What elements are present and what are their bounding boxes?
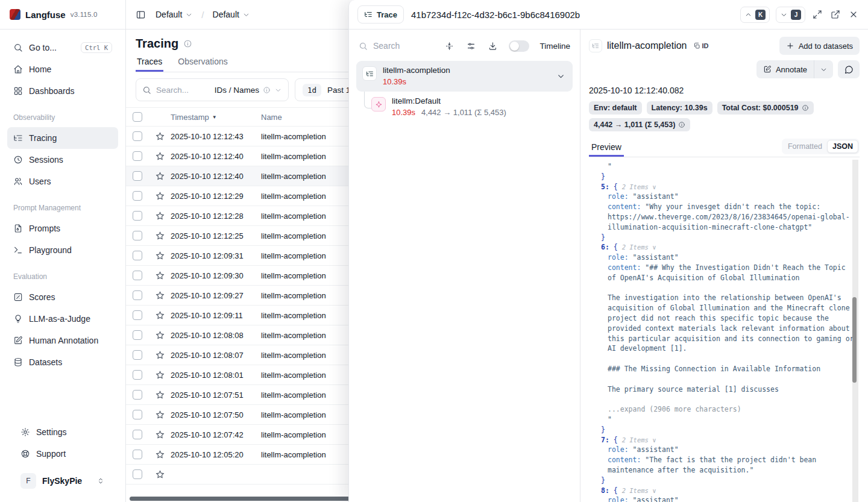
search-scope-selector[interactable]: IDs / Names: [215, 86, 282, 95]
sidebar: Langfuse v3.115.0 Go to... Ctrl K Home D…: [0, 0, 126, 502]
row-checkbox[interactable]: [133, 131, 142, 141]
row-checkbox[interactable]: [133, 251, 142, 260]
row-checkbox[interactable]: [133, 310, 142, 320]
row-checkbox[interactable]: [133, 271, 142, 280]
star-icon[interactable]: [155, 450, 165, 460]
sidebar-item-home[interactable]: Home: [7, 58, 118, 80]
app-header: Langfuse v3.115.0: [0, 0, 125, 30]
sidebar-item-llm-judge[interactable]: LLM-as-a-Judge: [7, 308, 118, 330]
star-icon[interactable]: [155, 430, 165, 440]
tab-traces[interactable]: Traces: [136, 57, 163, 72]
row-checkbox[interactable]: [133, 330, 142, 340]
row-checkbox[interactable]: [133, 430, 142, 439]
timeline-toggle[interactable]: [509, 40, 529, 52]
clock-icon: [13, 155, 23, 165]
chevron-down-icon[interactable]: [556, 72, 565, 81]
cell-timestamp: 2025-10-10 12:09:11: [171, 311, 261, 320]
goto-search[interactable]: Go to... Ctrl K: [7, 37, 118, 58]
select-all-checkbox[interactable]: [133, 112, 142, 122]
add-to-datasets-button[interactable]: Add to datasets: [779, 37, 860, 55]
row-checkbox[interactable]: [133, 151, 142, 161]
sidebar-item-users[interactable]: Users: [7, 171, 118, 192]
star-icon[interactable]: [155, 310, 165, 321]
search-input[interactable]: Search... IDs / Names: [136, 78, 289, 101]
json-viewer[interactable]: "}5: { 2 Items ∨role: "assistant"content…: [589, 157, 860, 502]
vertical-scrollbar[interactable]: [852, 160, 858, 502]
copy-id-button[interactable]: ID: [693, 42, 709, 49]
comments-button[interactable]: [838, 60, 860, 78]
row-checkbox[interactable]: [133, 450, 142, 459]
row-checkbox[interactable]: [133, 211, 142, 221]
row-checkbox[interactable]: [133, 370, 142, 380]
tree-node-child[interactable]: litellm:Default 10.39s 4,442 → 1,011 (Σ …: [371, 96, 573, 117]
cost-badge[interactable]: Total Cost: $0.000519: [717, 101, 814, 115]
row-checkbox[interactable]: [133, 350, 142, 360]
tokens-badge[interactable]: 4,442 → 1,011 (Σ 5,453): [589, 118, 690, 131]
download-button[interactable]: [487, 40, 498, 52]
format-formatted[interactable]: Formatted: [783, 140, 827, 152]
annotate-button[interactable]: Annotate: [756, 60, 814, 78]
row-checkbox[interactable]: [133, 469, 142, 479]
row-checkbox[interactable]: [133, 191, 142, 201]
breadcrumb-divider: /: [201, 10, 204, 20]
star-icon[interactable]: [155, 271, 165, 281]
list-tree-icon: [364, 10, 373, 19]
sidebar-item-datasets[interactable]: Datasets: [7, 351, 118, 373]
sidebar-item-playground[interactable]: Playground: [7, 239, 118, 261]
prev-trace-button[interactable]: K: [740, 7, 770, 23]
timeline-label: Timeline: [539, 42, 570, 51]
sidebar-item-dashboards[interactable]: Dashboards: [7, 80, 118, 102]
sidebar-item-prompts[interactable]: Prompts: [7, 218, 118, 239]
row-checkbox[interactable]: [133, 410, 142, 419]
project-selector[interactable]: Default: [213, 10, 250, 19]
sidebar-item-support[interactable]: Support: [14, 443, 111, 465]
row-checkbox[interactable]: [133, 231, 142, 240]
expand-button[interactable]: [811, 8, 823, 20]
star-icon[interactable]: [155, 211, 165, 221]
tab-preview[interactable]: Preview: [589, 140, 624, 157]
row-checkbox[interactable]: [133, 390, 142, 400]
expand-link[interactable]: ...expand (2906 more characters): [608, 405, 741, 413]
chevron-down-icon: [274, 86, 282, 94]
annotate-dropdown-button[interactable]: [814, 60, 833, 78]
star-icon[interactable]: [155, 469, 165, 480]
star-icon[interactable]: [155, 191, 165, 201]
star-icon[interactable]: [155, 350, 165, 360]
org-selector[interactable]: Default: [156, 10, 193, 19]
row-checkbox[interactable]: [133, 171, 142, 181]
star-icon[interactable]: [155, 330, 165, 340]
sidebar-item-settings[interactable]: Settings: [14, 421, 111, 443]
star-icon[interactable]: [155, 370, 165, 380]
star-icon[interactable]: [155, 251, 165, 261]
json-line: of OpenAI's Acquisition of Global Illumi…: [595, 273, 844, 283]
sidebar-item-sessions[interactable]: Sessions: [7, 149, 118, 171]
view-settings-button[interactable]: [465, 40, 477, 52]
star-icon[interactable]: [155, 390, 165, 400]
sidebar-item-human-annotation[interactable]: Human Annotation: [7, 330, 118, 351]
star-icon[interactable]: [155, 290, 165, 301]
column-timestamp[interactable]: Timestamp ▼: [171, 113, 261, 122]
close-button[interactable]: [848, 8, 860, 20]
next-trace-button[interactable]: J: [776, 7, 805, 23]
format-json[interactable]: JSON: [827, 140, 858, 153]
sidebar-item-tracing[interactable]: Tracing: [7, 127, 118, 149]
sidebar-item-scores[interactable]: Scores: [7, 286, 118, 308]
tree-search-input[interactable]: Search: [359, 41, 433, 51]
collapse-all-button[interactable]: [444, 40, 455, 52]
open-external-button[interactable]: [829, 8, 841, 20]
sidebar-toggle-button[interactable]: [134, 8, 147, 21]
tree-node-root[interactable]: litellm-acompletion 10.39s: [356, 61, 573, 92]
user-menu[interactable]: F FlySkyPie: [14, 467, 111, 498]
json-line: ...expand (2906 more characters): [595, 404, 844, 415]
search-icon: [359, 42, 368, 51]
row-checkbox[interactable]: [133, 290, 142, 300]
tab-observations[interactable]: Observations: [177, 57, 228, 72]
info-icon[interactable]: [183, 39, 192, 48]
star-icon[interactable]: [155, 410, 165, 420]
edit-pen-icon: [763, 65, 772, 74]
scrollbar-thumb[interactable]: [852, 297, 857, 383]
star-icon[interactable]: [155, 131, 165, 142]
star-icon[interactable]: [155, 231, 165, 241]
star-icon[interactable]: [155, 171, 165, 181]
star-icon[interactable]: [155, 151, 165, 162]
